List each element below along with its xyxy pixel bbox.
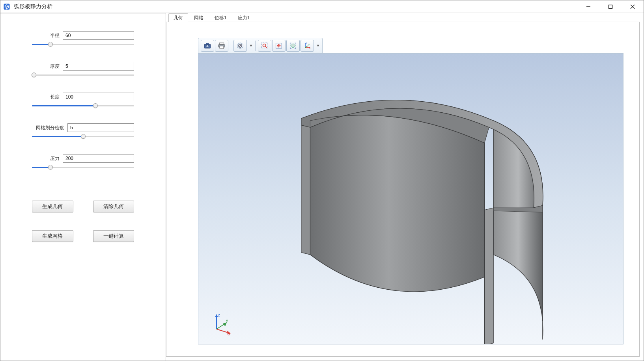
svg-rect-10 <box>220 46 224 49</box>
pan-icon[interactable] <box>272 40 286 52</box>
slider-pressure[interactable] <box>32 164 134 170</box>
window-controls <box>577 0 644 13</box>
tab-displacement[interactable]: 位移1 <box>209 13 232 22</box>
label-length: 长度 <box>32 94 60 100</box>
param-thickness: 厚度 <box>32 62 134 78</box>
dropdown-caret-icon[interactable]: ▼ <box>316 44 320 48</box>
tabs-bar: 几何 网格 位移1 应力1 <box>166 13 644 22</box>
slider-mesh-density[interactable] <box>32 134 134 139</box>
app-window: 弧形板静力分析 半径 厚度 <box>0 0 644 361</box>
window-title: 弧形板静力分析 <box>14 3 52 10</box>
toolbar-separator <box>231 41 231 51</box>
param-mesh-density: 网格划分密度 <box>32 123 134 139</box>
svg-marker-18 <box>290 43 295 48</box>
zoom-box-icon[interactable] <box>258 40 271 52</box>
results-area: 几何 网格 位移1 应力1 ▼ <box>166 13 644 361</box>
axis-label-y: y <box>226 318 228 323</box>
input-thickness[interactable] <box>63 62 134 71</box>
dropdown-caret-icon[interactable]: ▼ <box>249 44 253 48</box>
svg-line-23 <box>305 46 308 48</box>
slider-radius[interactable] <box>32 41 134 47</box>
generate-geometry-button[interactable]: 生成几何 <box>32 201 73 212</box>
label-pressure: 压力 <box>32 155 60 162</box>
svg-rect-8 <box>219 43 224 45</box>
tab-mesh[interactable]: 网格 <box>189 13 209 22</box>
minimize-button[interactable] <box>577 0 599 13</box>
app-icon <box>3 3 11 11</box>
input-length[interactable] <box>63 93 134 101</box>
input-pressure[interactable] <box>63 154 134 163</box>
svg-point-7 <box>206 45 209 47</box>
axis-gizmo: z y x <box>209 312 233 335</box>
one-click-calc-button[interactable]: 一键计算 <box>93 230 134 242</box>
label-radius: 半径 <box>32 32 60 39</box>
print-icon[interactable] <box>215 40 228 52</box>
slider-thickness[interactable] <box>32 72 134 78</box>
param-pressure: 压力 <box>32 154 134 170</box>
slider-length[interactable] <box>32 103 134 108</box>
label-thickness: 厚度 <box>32 63 60 70</box>
tab-stress[interactable]: 应力1 <box>233 13 255 22</box>
svg-text:x: x <box>310 47 311 49</box>
param-radius: 半径 <box>32 31 134 47</box>
parameters-panel: 半径 厚度 <box>0 13 166 361</box>
svg-text:y: y <box>308 44 310 46</box>
fit-extents-icon[interactable] <box>286 40 300 52</box>
svg-rect-6 <box>206 43 209 45</box>
action-buttons: 生成几何 清除几何 生成网格 一键计算 <box>32 201 134 242</box>
tab-geometry[interactable]: 几何 <box>168 13 188 22</box>
axis-orient-icon[interactable]: yzx <box>301 40 314 52</box>
svg-marker-28 <box>215 314 218 317</box>
input-mesh-density[interactable] <box>67 123 134 132</box>
no-entry-icon[interactable] <box>233 40 247 52</box>
svg-rect-14 <box>261 43 268 48</box>
axis-label-z: z <box>218 313 220 317</box>
camera-icon[interactable] <box>201 40 214 52</box>
viewer-frame: ▼ yzx ▼ <box>166 22 640 357</box>
viewport-3d[interactable]: z y x <box>198 53 623 344</box>
svg-line-16 <box>265 47 267 48</box>
viewer-toolbar: ▼ yzx ▼ <box>198 38 323 53</box>
maximize-button[interactable] <box>599 0 622 13</box>
toolbar-separator <box>255 41 256 51</box>
app-body: 半径 厚度 <box>0 13 644 361</box>
axis-label-x: x <box>228 332 230 335</box>
svg-rect-2 <box>609 5 612 8</box>
label-mesh-density: 网格划分密度 <box>32 125 64 131</box>
title-bar: 弧形板静力分析 <box>0 0 644 13</box>
svg-text:z: z <box>306 42 307 44</box>
param-length: 长度 <box>32 93 134 108</box>
geometry-render <box>198 54 623 344</box>
close-button[interactable] <box>622 0 644 13</box>
generate-mesh-button[interactable]: 生成网格 <box>32 230 73 242</box>
input-radius[interactable] <box>63 31 134 40</box>
clear-geometry-button[interactable]: 清除几何 <box>93 201 134 212</box>
